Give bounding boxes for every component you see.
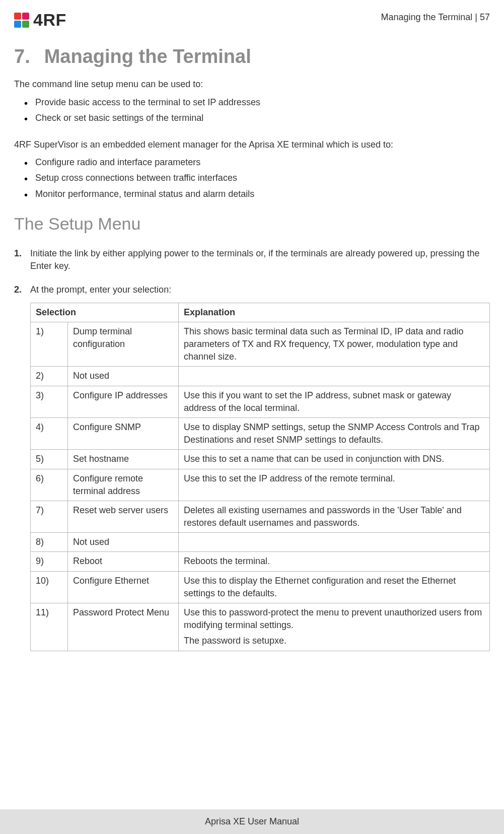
table-row: 9)RebootReboots the terminal. [31,552,490,571]
table-row: 11)Password Protect MenuUse this to pass… [31,603,490,651]
selection-table: Selection Explanation 1)Dump terminal co… [30,303,490,651]
table-header-explanation: Explanation [179,303,490,322]
cell-selection: Reboot [68,552,179,571]
list-item: Setup cross connections between traffic … [20,172,490,184]
steps-list: Initiate the link by either applying pow… [14,247,490,651]
cell-number: 2) [31,367,68,386]
table-row: 1)Dump terminal configurationThis shows … [31,322,490,367]
cell-number: 8) [31,533,68,552]
cell-explanation: Use this to password-protect the menu to… [179,603,490,651]
cell-explanation: Use this to set a name that can be used … [179,450,490,469]
cell-selection: Dump terminal configuration [68,322,179,367]
cell-number: 10) [31,571,68,603]
cell-number: 6) [31,469,68,501]
chapter-title: 7. Managing the Terminal [14,46,490,67]
table-row: 10)Configure EthernetUse this to display… [31,571,490,603]
bullet-list-1: Provide basic access to the terminal to … [14,96,490,124]
bullet-list-2: Configure radio and interface parameters… [14,156,490,200]
table-row: 6)Configure remote terminal addressUse t… [31,469,490,501]
cell-number: 4) [31,418,68,449]
table-row: 4)Configure SNMPUse to display SNMP sett… [31,418,490,449]
cell-explanation: Use this if you want to set the IP addre… [179,386,490,418]
cell-explanation: Deletes all existing usernames and passw… [179,501,490,532]
cell-number: 1) [31,322,68,367]
logo: 4RF [14,8,66,32]
chapter-name: Managing the Terminal [44,46,251,67]
cell-explanation [179,533,490,552]
cell-selection: Configure Ethernet [68,571,179,603]
table-row: 7)Reset web server usersDeletes all exis… [31,501,490,532]
cell-number: 3) [31,386,68,418]
logo-mark-icon [14,13,29,28]
cell-selection: Not used [68,533,179,552]
cell-selection: Password Protect Menu [68,603,179,651]
intro-paragraph-1: The command line setup menu can be used … [14,78,490,91]
cell-explanation: Use this to set the IP address of the re… [179,469,490,501]
cell-number: 11) [31,603,68,651]
step-text: At the prompt, enter your selection: [30,285,171,295]
cell-explanation: Use this to display the Ethernet configu… [179,571,490,603]
cell-number: 5) [31,450,68,469]
page-number-header: Managing the Terminal | 57 [381,8,490,24]
page-footer: Aprisa XE User Manual [0,809,504,834]
logo-text: 4RF [33,8,66,32]
table-row: 3)Configure IP addressesUse this if you … [31,386,490,418]
cell-selection: Reset web server users [68,501,179,532]
cell-explanation: This shows basic terminal data such as T… [179,322,490,367]
cell-selection: Configure remote terminal address [68,469,179,501]
cell-explanation: Use to display SNMP settings, setup the … [179,418,490,449]
table-row: 2)Not used [31,367,490,386]
list-item: Configure radio and interface parameters [20,156,490,169]
cell-explanation [179,367,490,386]
cell-selection: Set hostname [68,450,179,469]
table-row: 8)Not used [31,533,490,552]
cell-selection: Configure SNMP [68,418,179,449]
cell-explanation: Reboots the terminal. [179,552,490,571]
page-header-row: 4RF Managing the Terminal | 57 [14,7,490,32]
table-row: 5)Set hostnameUse this to set a name tha… [31,450,490,469]
intro-paragraph-2: 4RF SuperVisor is an embedded element ma… [14,138,490,151]
list-item: Monitor performance, terminal status and… [20,188,490,200]
chapter-number: 7. [14,46,30,67]
step-item: Initiate the link by either applying pow… [14,247,490,272]
cell-number: 9) [31,552,68,571]
step-item: At the prompt, enter your selection: Sel… [14,284,490,651]
cell-selection: Configure IP addresses [68,386,179,418]
section-title: The Setup Menu [14,215,490,233]
list-item: Check or set basic settings of the termi… [20,112,490,124]
table-header-selection: Selection [31,303,179,322]
list-item: Provide basic access to the terminal to … [20,96,490,109]
cell-number: 7) [31,501,68,532]
cell-selection: Not used [68,367,179,386]
